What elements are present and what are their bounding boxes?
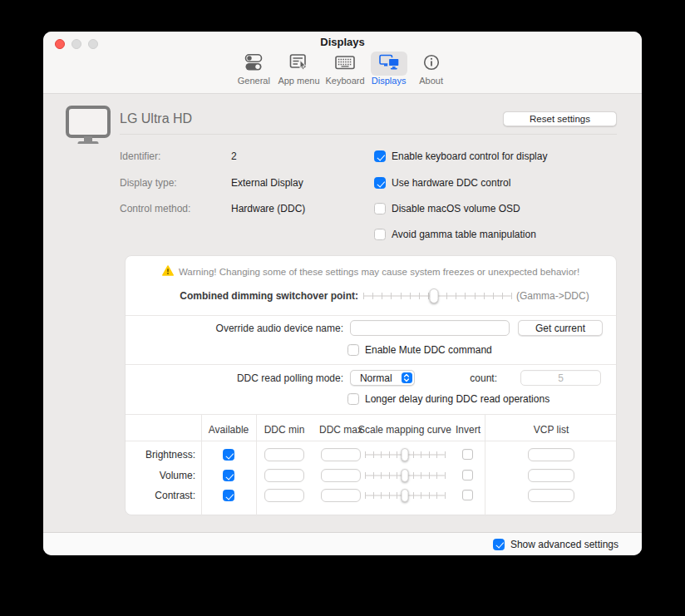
contrast-vcp-input[interactable] [528, 489, 574, 502]
tab-app-menu-label: App menu [278, 76, 319, 86]
keyboard-control-label: Enable keyboard control for display [392, 150, 547, 162]
volume-vcp-input[interactable] [528, 469, 574, 482]
window-chrome: Displays General [43, 32, 642, 94]
count-input: 5 [520, 370, 601, 386]
table-header-divider [126, 441, 616, 441]
volume-available-checkbox[interactable] [223, 470, 234, 481]
brightness-ddc-min-input[interactable] [264, 448, 304, 461]
row-label-contrast: Contrast: [126, 490, 195, 501]
checkbox-row-gamma-table[interactable]: Avoid gamma table manipulation [374, 229, 536, 240]
volume-ddc-max-input[interactable] [321, 469, 361, 482]
info-row-display-type: Display type: External Display [120, 177, 177, 189]
col-header-scale-curve: Scale mapping curve [358, 424, 451, 436]
tab-keyboard[interactable]: Keyboard [326, 52, 365, 86]
tab-general-label: General [238, 76, 270, 86]
monitor-icon [65, 105, 111, 148]
contrast-ddc-min-input[interactable] [264, 489, 304, 502]
volume-osd-checkbox[interactable] [374, 203, 386, 214]
tab-about[interactable]: About [413, 52, 450, 86]
volume-osd-label: Disable macOS volume OSD [392, 203, 520, 214]
get-current-button[interactable]: Get current [518, 320, 603, 336]
keyboard-control-checkbox[interactable] [374, 150, 386, 162]
brightness-available-checkbox[interactable] [223, 449, 234, 461]
tab-keyboard-label: Keyboard [326, 76, 365, 86]
stepper-arrows-icon [402, 372, 412, 383]
displays-window: Displays General [43, 32, 642, 555]
longer-delay-checkbox[interactable] [347, 393, 359, 405]
tab-displays-label: Displays [372, 76, 407, 86]
row-label-brightness: Brightness: [126, 449, 195, 461]
brightness-curve-slider[interactable] [365, 448, 445, 461]
polling-mode-value: Normal [351, 372, 402, 384]
col-header-ddc-max: DDC max [319, 424, 362, 436]
longer-delay-label: Longer delay during DDC read operations [365, 393, 549, 405]
displays-icon [377, 53, 401, 75]
table-vline-2 [256, 414, 257, 516]
count-label: count: [441, 372, 497, 384]
tab-app-menu[interactable]: App menu [278, 52, 319, 86]
checkbox-row-volume-osd[interactable]: Disable macOS volume OSD [374, 203, 520, 214]
contrast-invert-checkbox[interactable] [462, 490, 473, 500]
footer-bar: Show advanced settings [43, 532, 642, 555]
volume-ddc-min-input[interactable] [264, 469, 304, 482]
card-divider-3 [126, 414, 616, 415]
warning-row: Warning! Changing some of these settings… [126, 264, 616, 279]
col-header-invert: Invert [456, 424, 480, 436]
table-vline-3 [485, 414, 485, 516]
display-type-value: External Display [231, 177, 303, 189]
row-label-volume: Volume: [126, 470, 195, 481]
dimming-slider[interactable] [363, 288, 511, 303]
toggles-icon [243, 53, 264, 75]
card-divider-1 [126, 315, 616, 316]
control-method-label: Control method: [120, 203, 190, 214]
dimming-label: Combined dimming switchover point: [126, 290, 358, 302]
dimming-suffix: (Gamma->DDC) [516, 290, 589, 302]
header-divider [120, 134, 617, 135]
table-vline-1 [201, 414, 202, 516]
device-name: LG Ultra HD [120, 111, 192, 126]
identifier-value: 2 [231, 150, 237, 162]
checkbox-row-longer-delay[interactable]: Longer delay during DDC read operations [347, 393, 549, 405]
tab-general[interactable]: General [235, 52, 272, 86]
toolbar-tabs: General App menu [43, 52, 642, 86]
tab-displays[interactable]: Displays [371, 52, 407, 86]
show-advanced-label: Show advanced settings [510, 539, 618, 550]
tab-about-label: About [419, 76, 443, 86]
reset-settings-button[interactable]: Reset settings [503, 111, 617, 126]
checkbox-row-mute-ddc[interactable]: Enable Mute DDC command [347, 344, 492, 356]
brightness-invert-checkbox[interactable] [462, 449, 473, 460]
volume-curve-slider[interactable] [365, 469, 445, 482]
col-header-vcp-list: VCP list [534, 424, 569, 436]
window-title: Displays [43, 36, 642, 48]
audio-name-input[interactable] [350, 320, 510, 336]
brightness-ddc-max-input[interactable] [321, 448, 361, 461]
brightness-vcp-input[interactable] [528, 448, 574, 461]
show-advanced-checkbox[interactable] [493, 539, 505, 550]
identifier-label: Identifier: [120, 150, 160, 162]
control-method-value: Hardware (DDC) [231, 203, 305, 214]
menu-document-icon [288, 53, 308, 75]
info-icon [422, 53, 441, 75]
card-divider-2 [126, 364, 616, 365]
hardware-ddc-label: Use hardware DDC control [392, 177, 510, 189]
hardware-ddc-checkbox[interactable] [374, 177, 386, 189]
polling-mode-select[interactable]: Normal [350, 370, 415, 386]
polling-mode-label: DDC read polling mode: [126, 372, 343, 384]
checkbox-row-keyboard-control[interactable]: Enable keyboard control for display [374, 150, 547, 162]
settings-content: LG Ultra HD Reset settings Identifier: 2… [43, 95, 642, 532]
gamma-table-checkbox[interactable] [374, 229, 386, 240]
contrast-available-checkbox[interactable] [223, 490, 234, 501]
checkbox-row-hardware-ddc[interactable]: Use hardware DDC control [374, 177, 510, 189]
contrast-ddc-max-input[interactable] [321, 489, 361, 502]
info-row-identifier: Identifier: 2 [120, 150, 160, 162]
gamma-table-label: Avoid gamma table manipulation [392, 229, 536, 240]
warning-text: Warning! Changing some of these settings… [179, 267, 579, 277]
mute-ddc-label: Enable Mute DDC command [365, 344, 492, 356]
audio-name-label: Override audio device name: [126, 323, 343, 334]
display-type-label: Display type: [120, 177, 177, 189]
keyboard-icon [334, 54, 356, 74]
contrast-curve-slider[interactable] [365, 489, 445, 502]
col-header-ddc-min: DDC min [264, 424, 305, 436]
mute-ddc-checkbox[interactable] [347, 344, 359, 356]
volume-invert-checkbox[interactable] [462, 470, 473, 480]
